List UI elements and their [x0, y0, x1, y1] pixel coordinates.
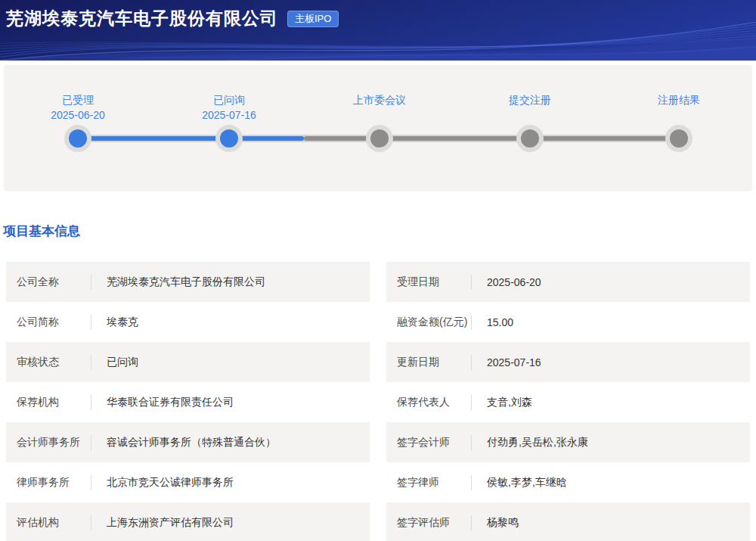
info-row: 更新日期 2025-07-16 [386, 342, 750, 382]
stage-dot-icon [220, 129, 238, 148]
info-row: 受理日期 2025-06-20 [386, 262, 750, 302]
info-value: 芜湖埃泰克汽车电子股份有限公司 [107, 275, 265, 289]
label-value-divider [91, 475, 91, 490]
stage-label: 已问询 [172, 92, 286, 107]
page-header: 芜湖埃泰克汽车电子股份有限公司 主板IPO [0, 0, 756, 61]
label-value-divider [91, 275, 91, 290]
stage-label: 提交注册 [473, 92, 587, 107]
info-label: 签字律师 [397, 476, 471, 490]
section-title-basic-info: 项目基本信息 [3, 224, 756, 239]
stage-date: 2025-07-16 [172, 107, 286, 123]
stage-date: 2025-06-20 [21, 107, 135, 123]
info-row: 融资金额(亿元) 15.00 [386, 302, 750, 342]
info-value: 埃泰克 [107, 316, 138, 329]
ipo-progress-timeline: 已受理 2025-06-20 已问询 2025-07-16 上市委会议 提交注册… [4, 65, 752, 191]
timeline-stage-submit-registration: 提交注册 [473, 92, 587, 148]
info-row: 公司简称 埃泰克 [6, 302, 370, 342]
info-label: 融资金额(亿元) [397, 316, 471, 329]
info-label: 评估机构 [17, 516, 91, 530]
info-label: 保荐机构 [17, 396, 91, 409]
info-label: 公司全称 [17, 275, 91, 289]
stage-date [323, 107, 436, 123]
info-row: 公司全称 芜湖埃泰克汽车电子股份有限公司 [6, 262, 370, 302]
info-row: 保荐机构 华泰联合证券有限责任公司 [6, 382, 370, 422]
info-label: 签字会计师 [397, 436, 471, 449]
info-row: 签字会计师 付劲勇,吴岳松,张永康 [386, 422, 750, 462]
company-title: 芜湖埃泰克汽车电子股份有限公司 [6, 7, 278, 30]
info-value: 2025-06-20 [487, 276, 541, 288]
label-value-divider [471, 355, 472, 370]
basic-info-tables: 公司全称 芜湖埃泰克汽车电子股份有限公司 公司简称 埃泰克 审核状态 已问询 保… [6, 262, 750, 541]
info-table-left: 公司全称 芜湖埃泰克汽车电子股份有限公司 公司简称 埃泰克 审核状态 已问询 保… [6, 262, 370, 541]
info-value: 付劲勇,吴岳松,张永康 [487, 436, 588, 449]
info-row: 会计师事务所 容诚会计师事务所（特殊普通合伙） [6, 422, 370, 462]
label-value-divider [471, 435, 472, 450]
stage-dot-icon [69, 129, 87, 148]
info-label: 受理日期 [397, 275, 471, 289]
info-label: 审核状态 [17, 356, 91, 369]
info-label: 签字评估师 [397, 516, 471, 530]
info-value: 上海东洲资产评估有限公司 [107, 516, 234, 530]
label-value-divider [471, 275, 472, 290]
info-row: 评估机构 上海东洲资产评估有限公司 [6, 502, 370, 541]
board-ipo-badge: 主板IPO [287, 11, 339, 27]
info-value: 容诚会计师事务所（特殊普通合伙） [107, 436, 276, 449]
label-value-divider [471, 475, 472, 490]
stage-dot-icon [521, 129, 539, 148]
stage-date [622, 107, 736, 123]
info-value: 2025-07-16 [487, 356, 541, 368]
timeline-stage-accepted: 已受理 2025-06-20 [21, 92, 135, 148]
info-value: 已问询 [107, 356, 138, 369]
info-row: 签字律师 侯敏,李梦,车继晗 [386, 462, 750, 502]
info-label: 律师事务所 [17, 476, 91, 490]
label-value-divider [91, 435, 91, 450]
info-label: 会计师事务所 [17, 436, 91, 449]
timeline-stage-inquired: 已问询 2025-07-16 [172, 92, 286, 148]
info-value: 支音,刘森 [487, 396, 532, 409]
label-value-divider [91, 355, 91, 370]
info-row: 签字评估师 杨黎鸣 [386, 502, 750, 541]
info-label: 更新日期 [397, 356, 471, 369]
stage-date [473, 107, 587, 123]
stage-label: 已受理 [21, 92, 135, 107]
label-value-divider [91, 315, 91, 330]
info-value: 15.00 [487, 316, 513, 328]
info-label: 公司简称 [17, 316, 91, 329]
timeline-stage-registration-result: 注册结果 [622, 92, 736, 148]
info-value: 华泰联合证券有限责任公司 [107, 396, 234, 409]
stage-label: 注册结果 [622, 92, 736, 107]
label-value-divider [471, 395, 472, 410]
label-value-divider [471, 315, 472, 330]
info-value: 北京市竞天公诚律师事务所 [107, 476, 234, 490]
label-value-divider [471, 515, 472, 530]
timeline-stage-committee-meeting: 上市委会议 [323, 92, 436, 148]
info-row: 保荐代表人 支音,刘森 [386, 382, 750, 422]
stage-dot-icon [370, 129, 389, 148]
info-row: 审核状态 已问询 [6, 342, 370, 382]
stage-label: 上市委会议 [323, 92, 436, 107]
label-value-divider [91, 395, 91, 410]
info-table-right: 受理日期 2025-06-20 融资金额(亿元) 15.00 更新日期 2025… [386, 262, 750, 541]
stage-dot-icon [670, 129, 688, 148]
info-label: 保荐代表人 [397, 396, 471, 409]
info-row: 律师事务所 北京市竞天公诚律师事务所 [6, 462, 370, 502]
label-value-divider [91, 515, 91, 530]
info-value: 杨黎鸣 [487, 516, 519, 530]
info-value: 侯敏,李梦,车继晗 [487, 476, 567, 490]
